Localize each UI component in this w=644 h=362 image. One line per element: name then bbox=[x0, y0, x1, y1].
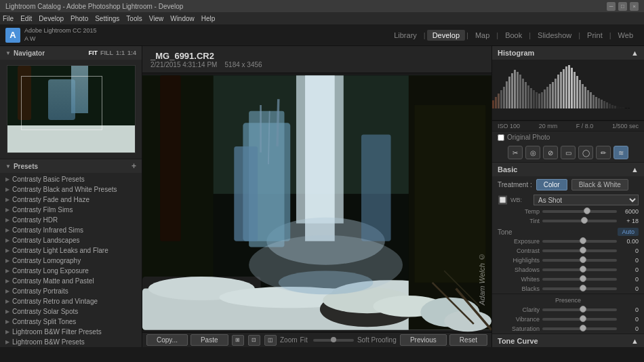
whites-slider-row: Whites 0 bbox=[492, 275, 644, 284]
highlights-track[interactable] bbox=[542, 259, 617, 262]
module-print[interactable]: Print bbox=[582, 30, 608, 41]
preset-group-split-tones[interactable]: ▶ Contrasty Split Tones bbox=[0, 317, 142, 327]
menu-help[interactable]: Help bbox=[201, 15, 216, 22]
grid-view-button[interactable]: ⊞ bbox=[232, 335, 244, 346]
previous-button[interactable]: Previous bbox=[400, 334, 447, 346]
menu-settings[interactable]: Settings bbox=[95, 15, 119, 22]
original-photo-row: Original Photo bbox=[492, 132, 644, 143]
loupe-view-button[interactable]: ⊡ bbox=[248, 335, 260, 346]
clarity-thumb bbox=[580, 306, 586, 313]
module-develop[interactable]: Develop bbox=[427, 30, 465, 41]
fit-option-fill[interactable]: FILL bbox=[100, 49, 113, 56]
histogram-tool-active[interactable]: ≋ bbox=[613, 146, 628, 159]
tint-track[interactable] bbox=[542, 220, 617, 222]
menu-develop[interactable]: Develop bbox=[39, 15, 64, 22]
module-map[interactable]: Map bbox=[470, 30, 495, 41]
preset-group-hdr[interactable]: ▶ Contrasty HDR bbox=[0, 215, 142, 225]
spot-removal-tool[interactable]: ◎ bbox=[525, 146, 540, 159]
fit-option-fit[interactable]: FIT bbox=[88, 49, 98, 56]
app-initials: A W bbox=[24, 35, 97, 43]
compare-view-button[interactable]: ◫ bbox=[264, 335, 277, 346]
svg-rect-55 bbox=[549, 84, 551, 108]
preset-group-portraits[interactable]: ▶ Contrasty Portraits bbox=[0, 286, 142, 296]
close-button[interactable]: × bbox=[630, 2, 639, 11]
preset-group-infrared[interactable]: ▶ Contrasty Infrared Sims bbox=[0, 225, 142, 235]
module-web[interactable]: Web bbox=[613, 30, 639, 41]
paste-button[interactable]: Paste bbox=[190, 334, 228, 346]
menu-edit[interactable]: Edit bbox=[20, 15, 32, 22]
zoom-label: Zoom bbox=[280, 336, 298, 344]
zoom-slider[interactable] bbox=[313, 339, 354, 342]
bw-treatment-button[interactable]: Black & White bbox=[571, 179, 628, 190]
preset-group-contrasty-basic[interactable]: ▶ Contrasty Basic Presets bbox=[0, 174, 142, 184]
minimize-button[interactable]: ─ bbox=[607, 2, 616, 11]
app-version: Adobe Lightroom CC 2015 bbox=[24, 27, 97, 35]
menu-photo[interactable]: Photo bbox=[71, 15, 88, 22]
saturation-slider-row: Saturation 0 bbox=[492, 324, 644, 334]
main-area: ▼ Navigator FIT FILL 1:1 1:4 bbox=[0, 46, 644, 347]
app-logo: A bbox=[5, 28, 20, 43]
svg-rect-20 bbox=[415, 105, 486, 283]
clarity-slider-row: Clarity 0 bbox=[492, 305, 644, 315]
reset-button[interactable]: Reset bbox=[449, 334, 487, 346]
auto-tone-button[interactable]: Auto bbox=[618, 228, 639, 236]
clarity-track[interactable] bbox=[542, 308, 617, 311]
preset-group-solar[interactable]: ▶ Contrasty Solar Spots bbox=[0, 306, 142, 317]
whites-track[interactable] bbox=[542, 278, 617, 281]
saturation-thumb bbox=[580, 325, 586, 331]
highlights-thumb bbox=[580, 256, 586, 263]
vibrance-track[interactable] bbox=[542, 318, 617, 321]
wb-select[interactable]: As Shot Auto Daylight Cloudy Shade bbox=[534, 195, 639, 205]
logo-letter: A bbox=[9, 30, 16, 40]
preset-group-light-leaks[interactable]: ▶ Contrasty Light Leaks and Flare bbox=[0, 245, 142, 256]
copy-button[interactable]: Copy... bbox=[146, 334, 188, 346]
histogram-header[interactable]: Histogram ▲ bbox=[492, 46, 644, 60]
svg-rect-74 bbox=[601, 100, 603, 108]
preset-group-lomography[interactable]: ▶ Contrasty Lomography bbox=[0, 256, 142, 266]
window-controls[interactable]: ─ □ × bbox=[607, 2, 639, 11]
graduated-filter-tool[interactable]: ▭ bbox=[561, 146, 576, 159]
redeye-tool[interactable]: ⊘ bbox=[543, 146, 558, 159]
menu-view[interactable]: View bbox=[149, 15, 164, 22]
preset-group-lr-bw-filter[interactable]: ▶ Lightroom B&W Filter Presets bbox=[0, 327, 142, 337]
watermark-text: Adam Welch © bbox=[478, 253, 486, 305]
saturation-track[interactable] bbox=[542, 327, 617, 330]
blacks-track[interactable] bbox=[542, 287, 617, 290]
tone-curve-header[interactable]: Tone Curve ▲ bbox=[492, 334, 644, 347]
fit-option-1-4[interactable]: 1:4 bbox=[127, 49, 136, 56]
preset-group-retro[interactable]: ▶ Contrasty Retro and Vintage bbox=[0, 296, 142, 306]
basic-panel-header[interactable]: Basic ▲ bbox=[492, 163, 644, 176]
preset-group-matte[interactable]: ▶ Contrasty Matte and Pastel bbox=[0, 276, 142, 286]
shadows-track[interactable] bbox=[542, 268, 617, 271]
navigator-header[interactable]: ▼ Navigator FIT FILL 1:1 1:4 bbox=[0, 46, 142, 60]
preset-group-contrasty-bw[interactable]: ▶ Contrasty Black and White Presets bbox=[0, 184, 142, 195]
preset-group-fade-haze[interactable]: ▶ Contrasty Fade and Haze bbox=[0, 195, 142, 205]
exposure-track[interactable] bbox=[542, 240, 617, 243]
contrast-track[interactable] bbox=[542, 249, 617, 252]
preset-group-long-exposure[interactable]: ▶ Contrasty Long Exposure bbox=[0, 266, 142, 276]
module-library[interactable]: Library bbox=[388, 30, 422, 41]
fit-option-1-1[interactable]: 1:1 bbox=[116, 49, 125, 56]
menu-file[interactable]: File bbox=[3, 15, 14, 22]
radial-filter-tool[interactable]: ◯ bbox=[578, 146, 593, 159]
menu-window[interactable]: Window bbox=[170, 15, 195, 22]
preset-group-film-sims[interactable]: ▶ Contrasty Film Sims bbox=[0, 205, 142, 215]
add-preset-button[interactable]: + bbox=[132, 161, 136, 171]
navigator-thumbnail[interactable] bbox=[7, 65, 136, 153]
module-slideshow[interactable]: Slideshow bbox=[532, 30, 577, 41]
original-photo-checkbox[interactable] bbox=[498, 134, 504, 141]
adjustment-brush-tool[interactable]: ✏ bbox=[596, 146, 611, 159]
presets-header[interactable]: ▼ Presets + bbox=[0, 159, 142, 173]
temp-track[interactable] bbox=[542, 210, 617, 213]
module-book[interactable]: Book bbox=[500, 30, 527, 41]
preset-group-landscapes[interactable]: ▶ Contrasty Landscapes bbox=[0, 235, 142, 245]
tone-curve-arrow: ▲ bbox=[631, 337, 639, 345]
wb-eyedropper[interactable]: 🔲 bbox=[498, 195, 508, 205]
basic-panel: Basic ▲ Treatment : Color Black & White … bbox=[492, 163, 644, 334]
contrast-thumb bbox=[580, 247, 586, 254]
menu-tools[interactable]: Tools bbox=[126, 15, 142, 22]
crop-tool[interactable]: ✂ bbox=[508, 146, 523, 159]
maximize-button[interactable]: □ bbox=[618, 2, 627, 11]
color-treatment-button[interactable]: Color bbox=[536, 179, 567, 190]
preset-group-lr-bw[interactable]: ▶ Lightroom B&W Presets bbox=[0, 337, 142, 347]
